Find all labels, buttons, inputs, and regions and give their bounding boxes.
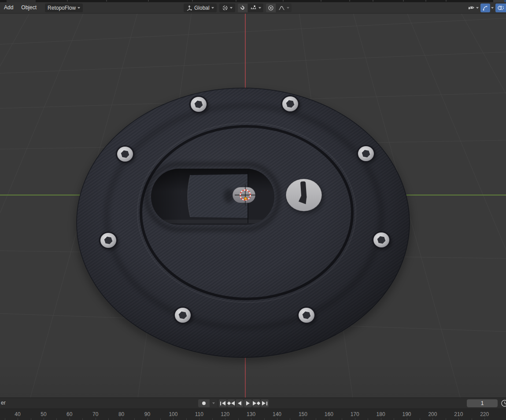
- play-forward-button[interactable]: [244, 399, 252, 407]
- current-frame-field[interactable]: 1: [467, 399, 498, 407]
- ruler-tick: [173, 418, 174, 420]
- ruler-tick: [18, 418, 18, 420]
- ruler-tick: [316, 418, 316, 420]
- record-icon: [202, 402, 206, 405]
- jump-to-start-button[interactable]: [219, 399, 227, 407]
- topbar-tick: [192, 0, 193, 1]
- snap-toggle-button[interactable]: [238, 4, 247, 12]
- ruler-tick: [225, 418, 225, 420]
- ruler-tick: [484, 418, 485, 420]
- viewport-header: Add Object RetopoFlow Global: [0, 2, 506, 14]
- chevron-down-icon: [211, 7, 214, 9]
- play-forward-icon: [246, 401, 250, 405]
- magnet-icon: [240, 5, 246, 11]
- ruler-frame-label: 70: [92, 411, 98, 417]
- ruler-frame-label: 80: [118, 411, 124, 417]
- ruler-tick: [420, 418, 420, 420]
- topbar-tick: [425, 0, 426, 1]
- ruler-tick: [472, 418, 472, 420]
- topbar-tick: [349, 0, 350, 1]
- play-reverse-icon: [238, 401, 241, 405]
- viewport-3d[interactable]: [0, 14, 506, 398]
- ruler-tick: [407, 418, 407, 420]
- ruler-frame-label: 150: [299, 411, 307, 417]
- ruler-frame-label: 210: [454, 411, 463, 417]
- ruler-frame-label: 100: [169, 411, 177, 417]
- chevron-down-icon: [491, 7, 494, 9]
- ruler-frame-label: 140: [273, 411, 281, 417]
- ruler-tick: [199, 418, 199, 420]
- retopoflow-label: RetopoFlow: [48, 5, 76, 11]
- timeline-ruler[interactable]: 4050607080901001101201301401501601701801…: [0, 409, 506, 420]
- fuel-cap-object[interactable]: [74, 88, 412, 363]
- ruler-tick: [44, 418, 44, 420]
- chevron-down-icon: [78, 7, 80, 9]
- menu-object[interactable]: Object: [17, 2, 41, 13]
- gizmo-icon: [482, 5, 488, 11]
- transform-orientation-icon: [186, 5, 192, 11]
- retopoflow-dropdown[interactable]: RetopoFlow: [45, 4, 83, 12]
- keying-dropdown[interactable]: [210, 399, 217, 407]
- chevron-down-icon: [476, 7, 479, 9]
- timeline-menu-partial[interactable]: er: [1, 400, 6, 406]
- ruler-tick: [186, 418, 187, 420]
- ruler-frame-label: 90: [144, 411, 150, 417]
- transform-orientation-dropdown[interactable]: Global: [184, 4, 217, 12]
- ruler-tick: [458, 418, 459, 420]
- prev-keyframe-button[interactable]: [227, 399, 235, 407]
- pivot-point-dropdown[interactable]: [219, 4, 235, 12]
- ruler-frame-label: 220: [480, 411, 489, 417]
- topbar-tick: [446, 0, 447, 1]
- ruler-frame-label: 40: [15, 411, 20, 417]
- auto-keying-record-button[interactable]: [198, 399, 210, 407]
- prev-keyframe-icon: [227, 402, 231, 405]
- ruler-tick: [394, 418, 394, 420]
- menu-add[interactable]: Add: [0, 2, 17, 13]
- topbar-tick: [403, 0, 404, 1]
- object-visibility-dropdown[interactable]: [468, 4, 479, 11]
- object-visibility-eye-icon: [468, 4, 475, 11]
- ruler-tick: [446, 418, 446, 420]
- chevron-down-icon: [230, 7, 233, 9]
- topbar-tick: [283, 0, 284, 1]
- ruler-tick: [368, 418, 368, 420]
- play-reverse-button[interactable]: [236, 399, 244, 407]
- ruler-frame-label: 190: [402, 411, 411, 417]
- ruler-tick: [238, 418, 239, 420]
- next-keyframe-button[interactable]: [252, 399, 260, 407]
- ruler-tick: [96, 418, 96, 420]
- orientation-value: Global: [194, 5, 210, 11]
- ruler-tick: [290, 418, 290, 420]
- ruler-tick: [342, 418, 342, 420]
- topbar-tick: [106, 0, 107, 1]
- next-keyframe-icon: [253, 401, 256, 405]
- ruler-tick: [148, 418, 148, 420]
- overlays-toggle-button[interactable]: [495, 4, 506, 12]
- current-frame-clock-icon: [500, 399, 506, 407]
- proportional-editing-toggle[interactable]: [266, 4, 276, 12]
- ruler-tick: [277, 418, 277, 420]
- ruler-tick: [56, 418, 57, 420]
- ruler-tick: [31, 418, 31, 420]
- chevron-down-icon: [212, 402, 215, 404]
- blender-window: Add Object RetopoFlow Global: [0, 0, 506, 420]
- proportional-editing-icon: [268, 5, 274, 11]
- ruler-tick: [264, 418, 265, 420]
- snap-with-dropdown[interactable]: [248, 4, 263, 12]
- ruler-tick: [108, 418, 109, 420]
- gizmo-toggle-button[interactable]: [480, 4, 490, 12]
- ruler-frame-label: 180: [377, 411, 385, 417]
- ruler-tick: [329, 418, 329, 420]
- ruler-tick: [70, 418, 70, 420]
- ruler-tick: [122, 418, 122, 420]
- topbar-tick: [321, 0, 321, 1]
- jump-to-start-icon: [220, 402, 221, 405]
- snap-increment-icon: [250, 5, 257, 11]
- ruler-frame-label: 130: [247, 411, 255, 417]
- object-origin-dot: [244, 197, 247, 200]
- jump-to-end-button[interactable]: [261, 399, 269, 407]
- topbar-tick: [236, 0, 236, 1]
- chevron-down-icon: [259, 7, 261, 9]
- ruler-tick: [5, 418, 5, 420]
- falloff-dropdown[interactable]: [276, 4, 292, 12]
